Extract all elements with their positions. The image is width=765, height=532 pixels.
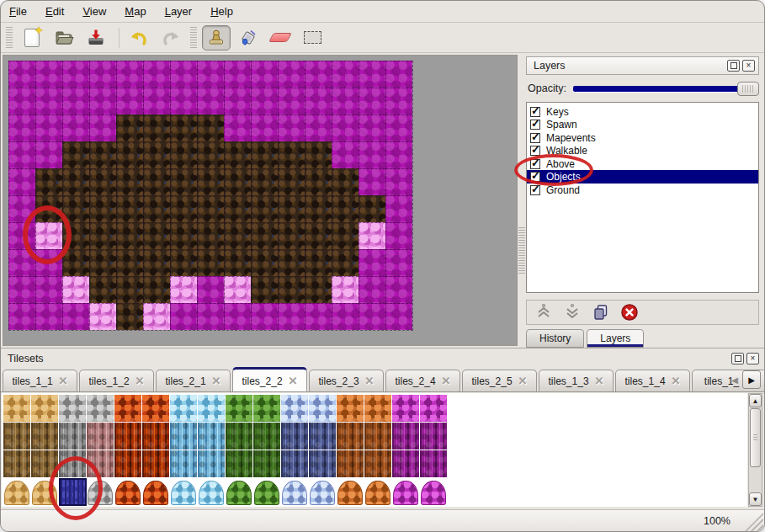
tileset-tile-ember[interactable]	[142, 423, 170, 450]
map-tile-brown-rock[interactable]	[251, 141, 278, 168]
map-tile-magenta-ground[interactable]	[35, 114, 62, 141]
map-tile-magenta-ground[interactable]	[359, 114, 385, 141]
map-tile-magenta-ground[interactable]	[170, 303, 197, 330]
map-tile-magenta-ground[interactable]	[359, 168, 385, 195]
map-tile-brown-rock[interactable]	[143, 114, 170, 141]
tileset-tile-icecol[interactable]	[170, 450, 198, 478]
map-tile-magenta-ground[interactable]	[251, 303, 278, 330]
map-tile-magenta-ground[interactable]	[8, 195, 35, 222]
map-tile-brown-rock[interactable]	[170, 114, 197, 141]
map-tile-magenta-ground[interactable]	[35, 276, 62, 303]
tileset-tile-rock[interactable]	[364, 395, 392, 423]
map-tile-brown-rock[interactable]	[251, 195, 278, 222]
close-tab-icon[interactable]: ✕	[672, 375, 681, 386]
tileset-tile-ice[interactable]	[170, 395, 198, 423]
tileset-tile-sand[interactable]	[31, 478, 59, 506]
tileset-tile-vine[interactable]	[226, 395, 253, 423]
close-tab-icon[interactable]: ✕	[212, 375, 221, 386]
map-tile-brown-rock[interactable]	[359, 195, 385, 222]
map-tile-magenta-ground[interactable]	[359, 141, 385, 168]
close-tab-icon[interactable]: ✕	[365, 375, 375, 386]
map-tile-magenta-ground[interactable]	[197, 88, 224, 114]
map-tile-brown-rock[interactable]	[251, 222, 278, 249]
layer-visible-checkbox[interactable]: ✓	[530, 133, 540, 143]
map-tile-pink-rock[interactable]	[143, 303, 170, 330]
tileset-tile-lava[interactable]	[114, 478, 142, 506]
map-tile-magenta-ground[interactable]	[332, 88, 359, 114]
map-tile-brown-rock[interactable]	[224, 249, 251, 276]
map-tile-brown-rock[interactable]	[170, 249, 197, 276]
tileset-tile-icecol[interactable]	[198, 450, 226, 478]
tileset-tile-rockdark[interactable]	[364, 450, 392, 478]
scroll-tabs-right-button[interactable]: ▶	[742, 370, 761, 389]
layer-row-objects[interactable]: ✓Objects	[527, 170, 758, 184]
map-tile-brown-rock[interactable]	[305, 168, 332, 195]
map-tile-magenta-ground[interactable]	[359, 249, 385, 276]
tileset-tile-mag[interactable]	[420, 395, 448, 423]
scroll-up-icon[interactable]: ▲	[749, 394, 762, 407]
map-tile-magenta-ground[interactable]	[359, 61, 385, 88]
tileset-tile-crysdark[interactable]	[309, 423, 337, 450]
tileset-tile-icecol[interactable]	[170, 423, 198, 450]
menu-map[interactable]: Map	[125, 5, 146, 18]
map-tile-brown-rock[interactable]	[170, 195, 197, 222]
tileset-tile-ice[interactable]	[198, 395, 226, 423]
scrollbar-thumb[interactable]	[750, 408, 761, 467]
menu-file[interactable]: File	[9, 5, 27, 18]
map-tile-magenta-ground[interactable]	[278, 88, 305, 114]
map-tile-brown-rock[interactable]	[35, 168, 62, 195]
layer-visible-checkbox[interactable]: ✓	[530, 159, 540, 169]
map-tile-brown-rock[interactable]	[305, 276, 332, 303]
map-tile-brown-rock[interactable]	[197, 114, 224, 141]
tileset-tile-vine[interactable]	[226, 478, 253, 506]
layer-row-ground[interactable]: ✓Ground	[527, 184, 758, 197]
map-tile-brown-rock[interactable]	[89, 249, 116, 276]
scroll-down-icon[interactable]: ▼	[749, 492, 762, 506]
map-tile-brown-rock[interactable]	[116, 276, 143, 303]
map-tile-magenta-ground[interactable]	[197, 303, 224, 330]
map-tile-brown-rock[interactable]	[143, 168, 170, 195]
layer-visible-checkbox[interactable]: ✓	[530, 146, 540, 156]
map-tile-magenta-ground[interactable]	[305, 61, 332, 88]
layer-row-spawn[interactable]: ✓Spawn	[527, 118, 758, 131]
map-tile-brown-rock[interactable]	[143, 249, 170, 276]
tileset-tile-mag[interactable]	[392, 395, 420, 423]
dock-tab-history[interactable]: History	[526, 329, 584, 348]
map-tile-pink-rock[interactable]	[89, 303, 116, 330]
tileset-tile-pinkcol[interactable]	[87, 423, 114, 450]
tileset-tile-vinedark[interactable]	[226, 450, 253, 478]
map-tile-brown-rock[interactable]	[62, 141, 89, 168]
map-tile-pink-rock[interactable]	[332, 276, 359, 303]
map-tile-brown-rock[interactable]	[251, 249, 278, 276]
delete-layer-button[interactable]	[619, 302, 640, 322]
map-tile-magenta-ground[interactable]	[305, 88, 332, 114]
map-tile-magenta-ground[interactable]	[62, 61, 89, 88]
map-tile-pink-rock[interactable]	[170, 276, 197, 303]
fill-button[interactable]	[234, 25, 263, 51]
tileset-tile-lava[interactable]	[114, 395, 142, 423]
map-canvas[interactable]	[3, 55, 518, 346]
map-tile-pink-rock[interactable]	[359, 222, 385, 249]
map-tile-brown-rock[interactable]	[278, 249, 305, 276]
scroll-tabs-left-icon[interactable]: ◀	[729, 371, 741, 388]
map-tile-magenta-ground[interactable]	[8, 61, 35, 88]
tileset-tile-rock[interactable]	[337, 395, 364, 423]
tileset-tile-mag[interactable]	[420, 478, 448, 506]
new-button[interactable]	[18, 25, 46, 51]
map-tile-magenta-ground[interactable]	[305, 114, 332, 141]
close-panel-icon[interactable]: ×	[742, 60, 755, 72]
layer-row-keys[interactable]: ✓Keys	[527, 105, 758, 119]
tileset-tab-tiles_2_4[interactable]: tiles_2_4✕	[385, 370, 460, 391]
tileset-tile-lava[interactable]	[142, 478, 170, 506]
tileset-tile-sand[interactable]	[3, 478, 31, 506]
map-tile-brown-rock[interactable]	[170, 141, 197, 168]
map-tile-magenta-ground[interactable]	[224, 61, 251, 88]
tileset-canvas[interactable]	[2, 393, 747, 507]
map-tile-magenta-ground[interactable]	[278, 303, 305, 330]
tileset-tile-crys[interactable]	[281, 478, 309, 506]
eraser-button[interactable]	[266, 25, 295, 51]
stamp-button[interactable]	[202, 25, 231, 51]
tileset-tile-magdark[interactable]	[392, 450, 420, 478]
layer-down-button[interactable]	[562, 302, 582, 322]
open-button[interactable]	[50, 25, 78, 51]
